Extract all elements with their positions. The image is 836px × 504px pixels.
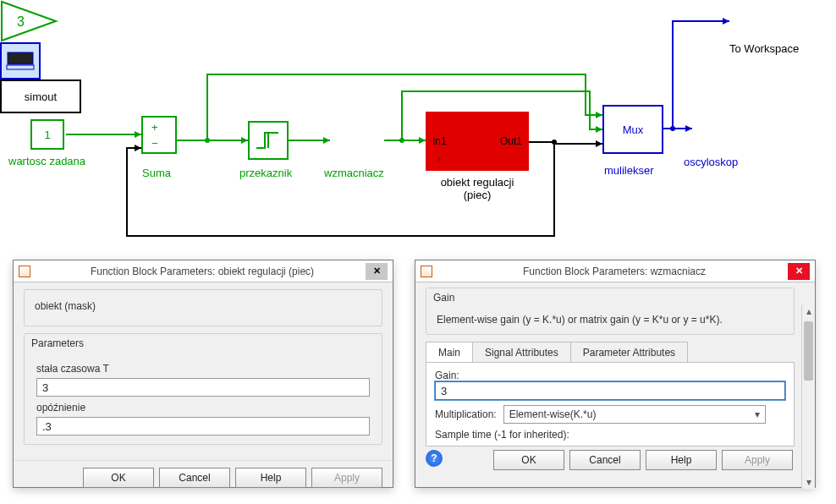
- tabs: Main Signal Attributes Parameter Attribu…: [426, 342, 795, 363]
- block-mux[interactable]: Mux: [602, 105, 663, 154]
- const-value: 1: [44, 129, 50, 141]
- gain-desc: Element-wise gain (y = K.*u) or matrix g…: [426, 307, 794, 334]
- port-in-label: In1: [432, 135, 447, 147]
- st-label: Sample time (-1 for inherited):: [435, 429, 569, 441]
- label-mux: mulilekser: [604, 164, 654, 177]
- gain-input[interactable]: [435, 381, 785, 400]
- ok-button[interactable]: OK: [493, 450, 564, 470]
- close-button-right[interactable]: ✕: [788, 263, 810, 280]
- gain-heading: Gain: [426, 288, 794, 307]
- label-relay: przekaznik: [239, 167, 292, 179]
- label-scope: oscyloskop: [684, 156, 738, 168]
- apply-button[interactable]: Apply: [311, 468, 382, 488]
- svg-marker-2: [323, 137, 330, 144]
- svg-marker-4: [596, 140, 602, 147]
- block-constant[interactable]: 1: [30, 119, 64, 150]
- block-toworkspace[interactable]: simout: [0, 79, 81, 113]
- label-sum: Suma: [142, 167, 171, 179]
- svg-marker-12: [723, 18, 729, 25]
- label-constant: wartosc zadana: [8, 155, 85, 167]
- block-relay[interactable]: [248, 121, 289, 160]
- label-object: obiekt regulacji(piec): [431, 176, 524, 201]
- mult-label: Multiplication:: [435, 408, 497, 420]
- simulink-canvas: 1 wartosc zadana Suma przekaznik 3 wzmac…: [0, 0, 836, 504]
- titlebar-left[interactable]: Function Block Parameters: obiekt regula…: [14, 260, 393, 282]
- param1-label: stała czasowa T: [36, 363, 370, 375]
- block-scope[interactable]: [0, 42, 41, 79]
- relay-icon: [255, 128, 282, 153]
- svg-marker-0: [135, 131, 141, 138]
- svg-point-8: [399, 138, 404, 143]
- svg-marker-11: [685, 125, 692, 132]
- svg-point-13: [670, 126, 675, 131]
- svg-marker-5: [596, 112, 602, 118]
- titlebar-right[interactable]: Function Block Parameters: wzmacniacz ✕: [415, 260, 815, 282]
- simout-text: simout: [25, 90, 57, 103]
- params-heading-left: Parameters: [25, 334, 382, 353]
- scope-icon: [6, 51, 35, 71]
- gain-triangle-icon: 3: [0, 0, 59, 42]
- cancel-button[interactable]: Cancel: [569, 450, 641, 470]
- tab-main[interactable]: Main: [426, 342, 473, 362]
- param2-input[interactable]: [36, 417, 370, 436]
- dialog-gain: Function Block Parameters: wzmacniacz ✕ …: [415, 260, 816, 488]
- help-button[interactable]: Help: [235, 468, 306, 488]
- svg-marker-14: [2, 2, 56, 41]
- scroll-down-icon[interactable]: ▾: [802, 475, 815, 489]
- svg-marker-3: [419, 137, 426, 144]
- wires: [0, 0, 836, 254]
- info-icon[interactable]: ?: [426, 450, 443, 467]
- block-gain[interactable]: 3: [0, 0, 59, 42]
- title-right: Function Block Parameters: wzmacniacz: [441, 266, 788, 277]
- close-button-left[interactable]: ✕: [366, 263, 388, 280]
- port-out-label: Out1: [500, 135, 522, 147]
- block-object[interactable]: In1 Out1 ▾: [426, 112, 529, 171]
- gain-label: Gain:: [435, 370, 459, 381]
- apply-button[interactable]: Apply: [722, 450, 793, 470]
- svg-text:3: 3: [17, 14, 25, 29]
- svg-marker-9: [135, 145, 141, 151]
- param2-label: opóźnienie: [36, 402, 370, 414]
- scroll-up-icon[interactable]: ▴: [802, 304, 815, 318]
- svg-point-10: [552, 140, 557, 145]
- ok-button[interactable]: OK: [83, 468, 154, 488]
- simulink-icon: [19, 266, 30, 277]
- dialog-obiekt: Function Block Parameters: obiekt regula…: [13, 260, 393, 488]
- label-simout: To Workspace: [729, 42, 799, 55]
- param1-input[interactable]: [36, 378, 370, 397]
- label-gain: wzmacniacz: [324, 167, 384, 179]
- tab-paramattr[interactable]: Parameter Attributes: [570, 342, 688, 362]
- cancel-button[interactable]: Cancel: [159, 468, 230, 488]
- warning-icon: ▾: [436, 153, 442, 166]
- mult-select[interactable]: Element-wise(K.*u): [503, 405, 766, 424]
- svg-marker-7: [596, 126, 602, 133]
- svg-point-6: [205, 138, 210, 143]
- simulink-icon: [421, 266, 432, 277]
- maskname-left: obiekt (mask): [25, 290, 382, 326]
- help-button[interactable]: Help: [646, 450, 717, 470]
- block-sum[interactable]: [141, 116, 177, 154]
- mux-text: Mux: [623, 123, 644, 136]
- scrollbar[interactable]: ▴ ▾: [801, 304, 815, 489]
- svg-rect-16: [8, 52, 33, 64]
- tab-signal[interactable]: Signal Attributes: [472, 342, 571, 362]
- svg-rect-17: [7, 65, 34, 69]
- title-left: Function Block Parameters: obiekt regula…: [39, 266, 366, 277]
- svg-marker-1: [241, 137, 248, 144]
- scrollbar-thumb[interactable]: [804, 321, 813, 381]
